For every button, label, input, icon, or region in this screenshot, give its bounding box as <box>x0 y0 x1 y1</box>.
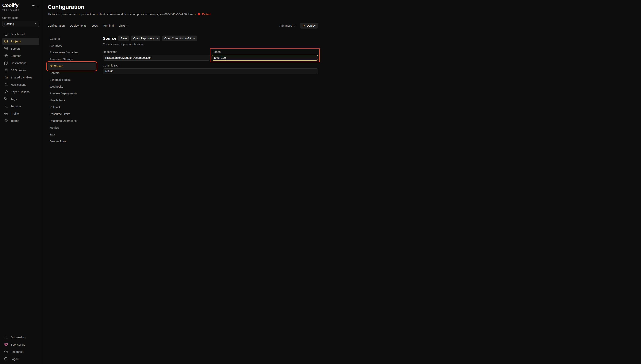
sidebar-item-sources[interactable]: Sources <box>2 52 39 60</box>
sidebar-item-notifications[interactable]: Notifications <box>2 81 39 88</box>
breadcrumb-application[interactable]: illicitestonion/-module--decomposition:m… <box>100 12 193 16</box>
chevron-up-down-icon <box>293 24 296 27</box>
repository-field: Repository <box>103 50 210 60</box>
breadcrumb: illicitonion quote server › production ›… <box>48 12 318 16</box>
sidebar-item-profile[interactable]: Profile <box>2 110 39 117</box>
commit-sha-label: Commit SHA <box>103 64 318 67</box>
open-commits-button[interactable]: Open Commits on Git ↗ <box>162 36 197 41</box>
tab-terminal[interactable]: Terminal <box>103 24 114 27</box>
key-icon <box>4 90 8 94</box>
subnav-healthcheck[interactable]: Healthcheck <box>48 97 96 104</box>
tag-icon <box>4 97 8 101</box>
sidebar-item-tags[interactable]: Tags <box>2 96 39 103</box>
branch-label: Branch <box>212 50 318 54</box>
breadcrumb-separator-icon: › <box>97 13 98 16</box>
subnav-scheduled-tasks[interactable]: Scheduled Tasks <box>48 76 96 84</box>
page-title: Configuration <box>48 4 318 10</box>
branch-input[interactable]: level-100 <box>212 55 318 60</box>
subnav-tags[interactable]: Tags <box>48 131 96 138</box>
subnav-git-source[interactable]: Git Source <box>48 63 96 70</box>
tab-deployments[interactable]: Deployments <box>70 24 87 27</box>
sidebar: Coolify v4.0.0-beta.399 Current Team Hos… <box>0 0 42 182</box>
bell-icon <box>4 83 8 87</box>
breadcrumb-project[interactable]: illicitonion quote server <box>48 12 77 16</box>
tab-bar: Configuration Deployments Logs Terminal … <box>48 22 318 30</box>
git-source-panel: Source Save Open Repository ↗ Open Commi… <box>103 36 318 145</box>
subnav-servers[interactable]: Servers <box>48 70 96 76</box>
status-text: Exited <box>202 12 210 16</box>
map-icon <box>4 61 8 65</box>
chevron-down-icon <box>35 22 37 26</box>
subnav-resource-operations[interactable]: Resource Operations <box>48 118 96 124</box>
subnav-environment-variables[interactable]: Environment Variables <box>48 49 96 56</box>
app-version: v4.0.0-beta.399 <box>2 8 39 12</box>
status-badge: Exited <box>198 12 210 16</box>
repository-label: Repository <box>103 50 210 54</box>
sidebar-item-terminal[interactable]: >_ Terminal <box>2 103 39 110</box>
main-content: Configuration illicitonion quote server … <box>42 0 321 145</box>
sidebar-item-s3-storages[interactable]: S3 Storages <box>2 67 39 74</box>
subnav-resource-limits[interactable]: Resource Limits <box>48 111 96 118</box>
subnav-webhooks[interactable]: Webhooks <box>48 84 96 90</box>
sidebar-item-keys-tokens[interactable]: Keys & Tokens <box>2 88 39 96</box>
terminal-icon: >_ <box>4 105 8 108</box>
tab-configuration[interactable]: Configuration <box>48 24 65 27</box>
source-heading: Source <box>103 36 116 41</box>
save-button[interactable]: Save <box>118 36 129 41</box>
app-logo: Coolify <box>2 3 19 8</box>
external-link-icon: ↗ <box>193 37 195 40</box>
open-repository-button[interactable]: Open Repository ↗ <box>131 36 160 41</box>
subnav-advanced[interactable]: Advanced <box>48 42 96 49</box>
sidebar-item-servers[interactable]: Servers <box>2 45 39 52</box>
play-icon <box>302 24 305 27</box>
sidebar-item-destinations[interactable]: Destinations <box>2 60 39 67</box>
subnav-metrics[interactable]: Metrics <box>48 124 96 131</box>
sidebar-item-projects[interactable]: Projects <box>2 38 39 45</box>
user-icon <box>4 112 8 116</box>
config-subnav: General Advanced Environment Variables P… <box>48 36 103 145</box>
deploy-button[interactable]: Deploy <box>300 22 318 28</box>
home-icon <box>4 32 8 36</box>
branch-field: Branch level-100 <box>212 50 318 60</box>
tab-links[interactable]: Links <box>119 24 129 27</box>
git-source-icon <box>4 54 8 58</box>
sidebar-item-dashboard[interactable]: Dashboard <box>2 30 39 38</box>
chevron-up-down-icon <box>127 24 129 27</box>
team-select-value: Hosting <box>4 22 14 26</box>
users-icon <box>4 119 8 123</box>
subnav-danger-zone[interactable]: Danger Zone <box>48 138 96 145</box>
external-link-icon: ↗ <box>156 37 158 40</box>
database-icon <box>4 68 8 72</box>
subnav-general[interactable]: General <box>48 36 96 42</box>
sidebar-header: Coolify <box>2 3 39 8</box>
theme-sun-icon[interactable] <box>31 4 35 8</box>
sidebar-item-shared-variables[interactable]: (x) Shared Variables <box>2 74 39 81</box>
sidebar-nav: Dashboard Projects Servers Sources Desti… <box>2 30 39 124</box>
variable-icon: (x) <box>4 76 8 79</box>
text-cursor <box>226 56 226 60</box>
current-team-label: Current Team <box>2 16 39 20</box>
repository-input[interactable] <box>103 55 210 60</box>
commit-sha-input[interactable] <box>103 68 318 74</box>
chevron-up-down-icon[interactable] <box>37 4 39 8</box>
team-select[interactable]: Hosting <box>2 21 39 27</box>
subnav-rollback[interactable]: Rollback <box>48 104 96 111</box>
commit-sha-field: Commit SHA <box>103 64 318 74</box>
breadcrumb-separator-icon: › <box>79 13 80 16</box>
subnav-persistent-storage[interactable]: Persistent Storage <box>48 56 96 63</box>
tab-logs[interactable]: Logs <box>92 24 98 27</box>
advanced-dropdown[interactable]: Advanced <box>280 24 296 27</box>
layers-icon <box>4 39 8 44</box>
server-icon <box>4 46 8 51</box>
breadcrumb-environment[interactable]: production <box>81 12 95 16</box>
status-dot-icon <box>198 13 200 16</box>
subnav-preview-deployments[interactable]: Preview Deployments <box>48 90 96 97</box>
sidebar-item-teams[interactable]: Teams <box>2 117 39 124</box>
source-description: Code source of your application. <box>103 42 318 46</box>
breadcrumb-separator-icon: › <box>195 13 196 16</box>
